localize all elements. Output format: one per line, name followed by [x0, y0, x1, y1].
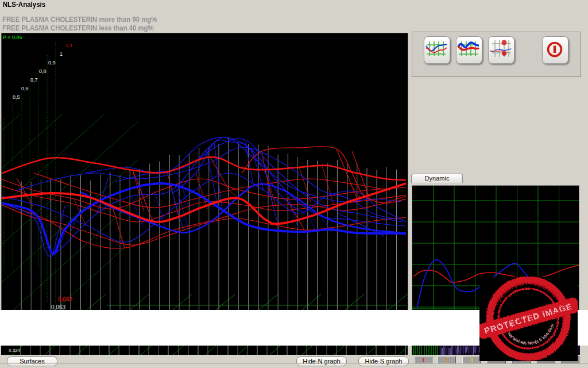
svg-text:0,6: 0,6: [21, 86, 29, 91]
svg-text:P < 0.05: P < 0.05: [3, 34, 22, 40]
svg-text:PROTECTED IMAGE: PROTECTED IMAGE: [483, 301, 573, 335]
svg-text:1: 1: [60, 51, 63, 57]
svg-text:0,052: 0,052: [58, 296, 72, 302]
svg-text:0,9: 0,9: [48, 60, 56, 66]
svg-text:0,8: 0,8: [39, 68, 47, 74]
svg-text:0,324: 0,324: [9, 348, 21, 353]
svg-text:0,7: 0,7: [30, 77, 38, 83]
svg-text:0,063: 0,063: [51, 304, 65, 310]
svg-text:1,1: 1,1: [65, 43, 73, 48]
svg-text:0,5: 0,5: [13, 94, 20, 100]
